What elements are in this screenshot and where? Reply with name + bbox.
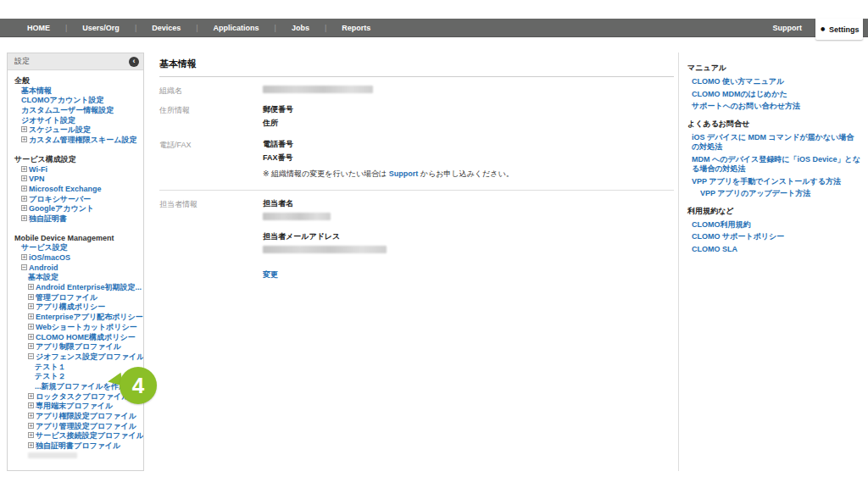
help-link[interactable]: CLOMO サポートポリシー <box>687 232 860 242</box>
expand-icon[interactable]: + <box>28 442 34 448</box>
tree-link[interactable]: iOS/macOS <box>29 253 70 262</box>
tree-link[interactable]: Googleアカウント <box>29 204 94 213</box>
change-link[interactable]: 変更 <box>263 269 278 280</box>
tree-item[interactable]: +Enterpriseアプリ配布ポリシー <box>8 313 143 323</box>
nav-item-devices[interactable]: Devices <box>136 24 196 32</box>
expand-icon[interactable]: + <box>28 284 34 290</box>
help-link[interactable]: サポートへのお問い合わせ方法 <box>687 102 860 112</box>
tree-link[interactable]: テスト１ <box>35 363 66 371</box>
help-link[interactable]: MDM へのデバイス登録時に「iOS Device」となる場合の対処法 <box>687 155 860 175</box>
tree-item[interactable]: +iOS/macOS <box>8 253 143 263</box>
tree-item[interactable]: CLOMOアカウント設定 <box>8 96 143 106</box>
expand-icon[interactable]: + <box>21 196 27 202</box>
nav-item-reports[interactable]: Reports <box>326 24 386 32</box>
tree-link[interactable]: アプリ管理設定プロファイル <box>36 422 136 430</box>
tree-link[interactable]: 専用端末プロファイル <box>36 402 113 410</box>
expand-icon[interactable]: + <box>28 413 34 419</box>
expand-icon[interactable]: + <box>21 186 27 191</box>
tree-item[interactable]: +サービス接続設定プロファイル <box>8 431 143 441</box>
tree-item[interactable]: +独自証明書プロファイル <box>8 441 143 452</box>
tree-link[interactable]: Android <box>29 263 58 272</box>
tab-settings[interactable]: ⚫ Settings <box>815 19 863 40</box>
tree-item[interactable]: テスト１ <box>8 363 143 373</box>
tree-item[interactable]: −Android <box>8 263 143 274</box>
expand-icon[interactable]: + <box>28 343 34 349</box>
help-link[interactable]: VPP アプリのアップデート方法 <box>687 189 860 199</box>
tree-link[interactable]: プロキシサーバー <box>29 195 91 203</box>
expand-icon[interactable]: + <box>28 303 34 309</box>
collapse-icon[interactable]: − <box>21 264 27 270</box>
expand-icon[interactable]: + <box>28 402 34 408</box>
expand-icon[interactable]: + <box>21 126 27 132</box>
tree-link[interactable]: スケジュール設定 <box>29 125 91 134</box>
tree-link[interactable]: 管理プロファイル <box>36 293 97 302</box>
expand-icon[interactable]: + <box>21 136 27 142</box>
expand-icon[interactable]: + <box>21 175 27 181</box>
expand-icon[interactable]: + <box>21 166 27 172</box>
expand-icon[interactable]: + <box>28 294 34 300</box>
help-link[interactable]: CLOMO利用規約 <box>687 220 860 230</box>
tree-item[interactable]: +アプリ構成ポリシー <box>8 302 143 313</box>
collapse-icon[interactable]: − <box>28 353 34 359</box>
tree-item[interactable]: +アプリ管理設定プロファイル <box>8 422 143 432</box>
tree-link[interactable]: 独自証明書プロファイル <box>36 441 120 450</box>
tree-link[interactable]: ジオサイト設定 <box>21 116 75 125</box>
tree-link[interactable]: Wi-Fi <box>29 165 47 174</box>
tree-link[interactable]: サービス接続設定プロファイル <box>36 431 143 440</box>
tree-item[interactable]: +Microsoft Exchange <box>8 185 143 195</box>
expand-icon[interactable]: + <box>21 205 27 211</box>
chevron-left-circle-icon[interactable]: ‹ <box>129 57 139 67</box>
expand-icon[interactable]: + <box>28 313 34 319</box>
tree-item[interactable]: +VPN <box>8 175 143 185</box>
help-link[interactable]: CLOMO SLA <box>687 245 860 255</box>
tree-item[interactable]: +管理プロファイル <box>8 293 143 303</box>
nav-item-applications[interactable]: Applications <box>198 24 275 32</box>
expand-icon[interactable]: + <box>28 334 34 340</box>
tree-link[interactable]: Microsoft Exchange <box>29 185 102 193</box>
tree-link[interactable]: カスタム管理権限スキーム設定 <box>29 136 136 144</box>
expand-icon[interactable]: + <box>28 423 34 429</box>
tree-item[interactable]: カスタムユーザー情報設定 <box>8 106 143 116</box>
tree-link[interactable]: カスタムユーザー情報設定 <box>21 106 114 114</box>
tree-link[interactable]: アプリ構成ポリシー <box>36 302 105 311</box>
tree-item[interactable]: 基本情報 <box>8 86 143 97</box>
help-link[interactable]: VPP アプリを手動でインストールする方法 <box>687 177 860 187</box>
tree-link[interactable]: アプリ権限設定プロファイル <box>36 412 136 420</box>
tree-item[interactable]: ジオサイト設定 <box>8 116 143 126</box>
tree-link[interactable]: 独自証明書 <box>29 214 67 223</box>
expand-icon[interactable]: + <box>21 215 27 221</box>
expand-icon[interactable]: + <box>21 254 27 260</box>
tree-link[interactable]: テスト２ <box>35 372 66 380</box>
expand-icon[interactable]: + <box>28 432 34 438</box>
tree-item[interactable]: +Googleアカウント <box>8 204 143 214</box>
nav-item-jobs[interactable]: Jobs <box>276 24 325 32</box>
tree-link[interactable]: VPN <box>29 175 45 183</box>
tree-item[interactable]: +Wi-Fi <box>8 165 143 175</box>
tree-link[interactable]: CLOMOアカウント設定 <box>21 96 104 104</box>
tree-item[interactable]: +Android Enterprise初期設定... <box>8 283 143 293</box>
tree-item[interactable]: 基本設定 <box>8 273 143 283</box>
tree-item[interactable]: +アプリ権限設定プロファイル <box>8 412 143 422</box>
nav-support[interactable]: Support <box>773 19 803 37</box>
tree-link[interactable]: CLOMO HOME構成ポリシー <box>36 333 136 341</box>
help-link[interactable]: CLOMO MDMのはじめかた <box>687 90 860 100</box>
help-link[interactable]: iOS デバイスに MDM コマンドが届かない場合の対処法 <box>687 133 860 152</box>
tree-item[interactable]: +カスタム管理権限スキーム設定 <box>8 136 143 146</box>
tree-link[interactable]: Enterpriseアプリ配布ポリシー <box>36 313 143 321</box>
tree-item[interactable]: +Webショートカットポリシー <box>8 323 143 333</box>
tree-item[interactable]: +独自証明書 <box>8 214 143 225</box>
support-link[interactable]: Support <box>389 169 419 178</box>
expand-icon[interactable]: + <box>28 393 34 399</box>
tree-item[interactable]: サービス設定 <box>8 243 143 253</box>
tree-link[interactable]: アプリ制限プロファイル <box>36 342 121 351</box>
tree-item[interactable]: −ジオフェンス設定プロファイル <box>8 352 143 363</box>
tree-item[interactable]: +CLOMO HOME構成ポリシー <box>8 333 143 343</box>
tree-item[interactable]: +プロキシサーバー <box>8 195 143 205</box>
tree-link[interactable]: サービス設定 <box>21 243 68 252</box>
tree-link[interactable]: ジオフェンス設定プロファイル <box>36 352 143 361</box>
tree-link[interactable]: 基本情報 <box>21 86 52 95</box>
tree-link[interactable]: ロックタスクプロファイル <box>36 392 130 401</box>
tree-item[interactable]: +スケジュール設定 <box>8 125 143 136</box>
expand-icon[interactable]: + <box>28 324 34 330</box>
nav-item-users-org[interactable]: Users/Org <box>67 24 135 32</box>
